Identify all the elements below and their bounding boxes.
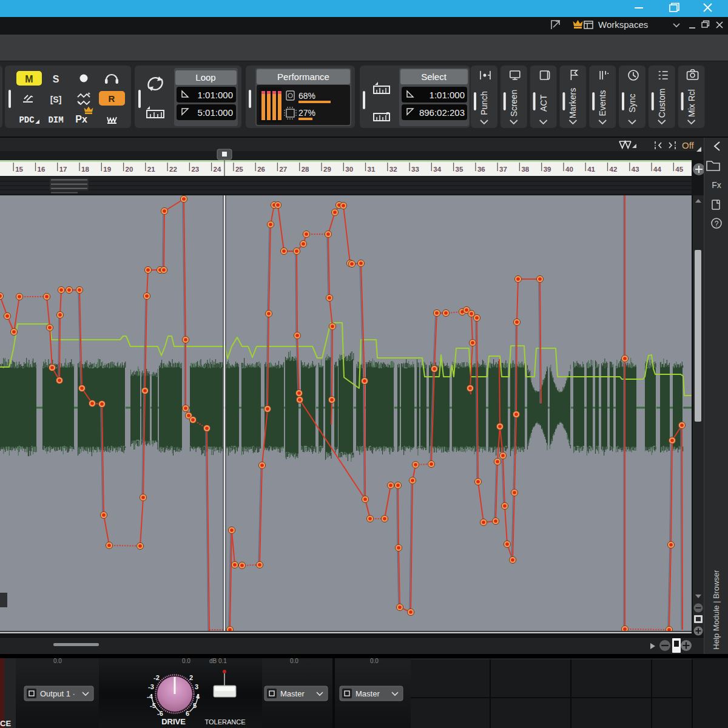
svg-text:43: 43 — [632, 166, 639, 173]
svg-text:Fx: Fx — [712, 180, 721, 190]
svg-text:896:02:203: 896:02:203 — [419, 107, 465, 118]
svg-text:27%: 27% — [298, 108, 315, 118]
svg-text:TOLERANCE: TOLERANCE — [204, 718, 245, 726]
svg-text:0.0: 0.0 — [53, 658, 62, 664]
svg-text:36: 36 — [477, 166, 485, 173]
svg-text:23: 23 — [191, 166, 199, 173]
svg-text:22: 22 — [169, 166, 177, 173]
svg-text:R: R — [109, 93, 115, 104]
svg-text:20: 20 — [126, 166, 133, 173]
svg-text:0.0: 0.0 — [370, 658, 379, 664]
svg-text:17: 17 — [59, 166, 67, 173]
svg-text:68%: 68% — [298, 91, 315, 101]
svg-text:15: 15 — [15, 166, 23, 173]
svg-text:5: 5 — [193, 702, 197, 709]
svg-text:39: 39 — [544, 166, 551, 173]
svg-text:Select: Select — [421, 72, 447, 82]
svg-text:26: 26 — [257, 166, 265, 173]
svg-text:4: 4 — [196, 693, 200, 700]
svg-text:Events: Events — [598, 90, 607, 116]
svg-text:ACT: ACT — [539, 95, 548, 112]
svg-text:-3: -3 — [148, 683, 154, 690]
svg-text:-6: -6 — [157, 710, 163, 717]
svg-text:40: 40 — [565, 166, 573, 173]
svg-text:M: M — [25, 74, 33, 84]
svg-text:?: ? — [715, 220, 719, 228]
svg-text:Punch: Punch — [479, 91, 489, 115]
svg-text:44: 44 — [653, 166, 661, 173]
svg-text:-2: -2 — [153, 674, 160, 681]
svg-text:Sync: Sync — [627, 93, 637, 112]
svg-text:Workspaces: Workspaces — [598, 19, 648, 30]
svg-text:dB 0.1: dB 0.1 — [209, 658, 227, 664]
svg-text:Custom: Custom — [657, 89, 667, 118]
svg-text:Off: Off — [682, 140, 695, 150]
svg-text:PDC: PDC — [19, 115, 35, 125]
svg-text:29: 29 — [323, 166, 331, 173]
svg-text:31: 31 — [368, 166, 376, 173]
svg-text:32: 32 — [389, 166, 397, 173]
svg-text:Output 1 ·: Output 1 · — [40, 689, 75, 698]
svg-text:24: 24 — [214, 166, 221, 173]
svg-text:Markers: Markers — [568, 88, 578, 119]
svg-text:35: 35 — [456, 166, 463, 173]
svg-text:Screen: Screen — [509, 90, 519, 116]
svg-text:28: 28 — [302, 166, 309, 173]
svg-text:30: 30 — [345, 166, 353, 173]
svg-text:21: 21 — [147, 166, 155, 173]
svg-text:S: S — [53, 74, 59, 84]
svg-text:Mix Rcl: Mix Rcl — [687, 89, 696, 117]
svg-text:19: 19 — [103, 166, 111, 173]
svg-text:Performance: Performance — [277, 72, 329, 82]
svg-text:[S]: [S] — [50, 95, 62, 104]
svg-text:Loop: Loop — [195, 72, 215, 83]
svg-text:6: 6 — [186, 710, 189, 717]
svg-text:1:01:000: 1:01:000 — [198, 90, 233, 100]
svg-text:Help Module | Browser: Help Module | Browser — [712, 570, 721, 650]
svg-text:37: 37 — [499, 166, 507, 173]
svg-text:DIM: DIM — [48, 115, 63, 125]
svg-text:0.0: 0.0 — [182, 658, 190, 664]
svg-text:Master: Master — [356, 689, 380, 698]
svg-text:CE: CE — [0, 719, 11, 728]
svg-text:38: 38 — [521, 166, 529, 173]
svg-text:27: 27 — [279, 166, 287, 173]
svg-text:3: 3 — [195, 683, 198, 690]
svg-text:5:01:000: 5:01:000 — [198, 107, 233, 118]
svg-text:-5: -5 — [150, 702, 156, 709]
svg-text:34: 34 — [433, 166, 441, 173]
svg-text:2: 2 — [189, 674, 193, 681]
svg-text:0.0: 0.0 — [290, 658, 298, 664]
svg-text:45: 45 — [675, 166, 683, 173]
svg-text:41: 41 — [587, 166, 595, 173]
svg-text:18: 18 — [81, 166, 89, 173]
svg-text:-4: -4 — [147, 693, 153, 700]
svg-text:16: 16 — [38, 166, 46, 173]
svg-text:Master: Master — [280, 689, 305, 698]
svg-text:DRIVE: DRIVE — [161, 717, 186, 726]
svg-text:25: 25 — [235, 166, 243, 173]
svg-text:33: 33 — [411, 166, 419, 173]
svg-text:1:01:000: 1:01:000 — [430, 90, 465, 100]
svg-text:42: 42 — [610, 166, 618, 173]
svg-text:Px: Px — [75, 114, 87, 124]
